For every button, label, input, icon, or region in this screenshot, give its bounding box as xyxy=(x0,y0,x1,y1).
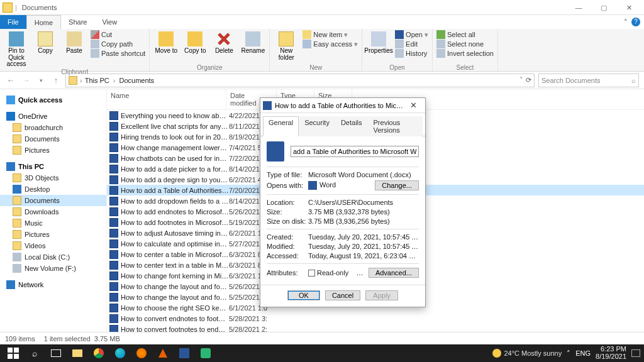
breadcrumb-folder[interactable]: Documents xyxy=(119,77,154,84)
search-placeholder: Search Documents xyxy=(541,77,601,84)
cut-button[interactable]: Cut xyxy=(91,30,145,39)
cancel-button[interactable]: Cancel xyxy=(325,290,360,300)
ok-button[interactable]: OK xyxy=(287,290,320,300)
address-bar[interactable]: › This PC Documents ˅ ⟳ xyxy=(65,74,535,87)
copy-path-button[interactable]: Copy path xyxy=(91,40,145,48)
edit-button[interactable]: Edit xyxy=(395,40,428,48)
sidebar-network[interactable]: Network xyxy=(0,278,106,290)
file-row[interactable]: How to convert endnotes to footnotes in.… xyxy=(107,313,644,324)
breadcrumb-pc[interactable]: This PC xyxy=(85,77,109,84)
edge-icon[interactable] xyxy=(109,344,131,362)
lang-indicator[interactable]: ENG xyxy=(575,349,591,357)
word-icon xyxy=(109,314,118,323)
tab-file[interactable]: File xyxy=(0,15,26,29)
forward-button[interactable]: → xyxy=(20,75,31,85)
taskbar: ⌕ 24°C Mostly sunny ˄ ENG 6:23 PM 8/19/2… xyxy=(0,344,644,362)
apply-button[interactable]: Apply xyxy=(365,290,398,300)
move-to-button[interactable]: Move to xyxy=(153,30,179,55)
chrome-icon[interactable] xyxy=(88,344,109,362)
tab-details[interactable]: Details xyxy=(335,116,368,136)
readonly-checkbox[interactable]: Read-only xyxy=(308,269,348,277)
copy-to-button[interactable]: Copy to xyxy=(182,30,208,55)
status-bar: 109 items 1 item selected 3.75 MB xyxy=(0,332,644,344)
weather-widget[interactable]: 24°C Mostly sunny xyxy=(492,349,562,358)
folder-icon xyxy=(13,219,21,228)
recent-dropdown[interactable]: ▾ xyxy=(35,77,47,84)
change-button[interactable]: Change... xyxy=(375,180,419,190)
back-button[interactable]: ← xyxy=(5,75,16,85)
sidebar-item[interactable]: Documents xyxy=(0,195,106,206)
open-button[interactable]: Open ▾ xyxy=(395,30,428,39)
properties-dialog: How to add a Table of Authorities to Mic… xyxy=(260,97,426,307)
paste-shortcut-button[interactable]: Paste shortcut xyxy=(91,49,145,58)
rename-button[interactable]: Rename xyxy=(240,30,265,55)
tab-view[interactable]: View xyxy=(94,15,125,29)
clock[interactable]: 6:23 PM 8/19/2021 xyxy=(596,346,626,360)
invert-selection-button[interactable]: Invert selection xyxy=(436,49,494,58)
word-icon xyxy=(109,293,118,302)
sidebar-this-pc[interactable]: This PC xyxy=(0,160,106,172)
folder-icon xyxy=(13,253,21,261)
tab-home[interactable]: Home xyxy=(26,15,61,29)
select-all-button[interactable]: Select all xyxy=(436,30,494,39)
properties-button[interactable]: Properties xyxy=(366,30,391,55)
history-button[interactable]: History xyxy=(395,49,428,58)
word-icon xyxy=(109,143,118,152)
search-taskbar-icon[interactable]: ⌕ xyxy=(24,344,45,362)
pin-quick-access-button[interactable]: Pin to Quick access xyxy=(4,30,29,68)
delete-button[interactable]: Delete xyxy=(211,30,236,55)
folder-icon xyxy=(13,241,21,250)
sidebar-item[interactable]: Documents xyxy=(0,133,106,145)
notifications-icon[interactable] xyxy=(631,349,640,357)
minimize-button[interactable]: — xyxy=(566,0,591,15)
sidebar-item[interactable]: Desktop xyxy=(0,184,106,195)
hidden-checkbox[interactable]: Hidden xyxy=(356,269,369,277)
word-icon[interactable] xyxy=(174,344,195,362)
sidebar-onedrive[interactable]: OneDrive xyxy=(0,109,106,122)
explorer-icon[interactable] xyxy=(67,344,88,362)
sidebar-item[interactable]: Music xyxy=(0,217,106,229)
refresh-icon[interactable]: ⟳ xyxy=(526,76,531,84)
group-select-label: Select xyxy=(436,64,494,71)
tab-share[interactable]: Share xyxy=(61,15,94,29)
col-name[interactable]: Name xyxy=(107,89,226,109)
advanced-button[interactable]: Advanced... xyxy=(369,268,419,278)
sidebar-item[interactable]: broadchurch xyxy=(0,122,106,133)
select-none-button[interactable]: Select none xyxy=(436,40,494,48)
sidebar-quick-access[interactable]: Quick access xyxy=(0,93,106,106)
app-icon[interactable] xyxy=(195,344,216,362)
ribbon-collapse-icon[interactable]: ˄ xyxy=(624,18,628,26)
addr-dropdown-icon[interactable]: ˅ xyxy=(519,76,523,84)
help-icon[interactable]: ? xyxy=(631,18,640,26)
tab-previous-versions[interactable]: Previous Versions xyxy=(368,116,423,136)
lbl-type: Type of file: xyxy=(267,171,308,178)
sidebar-item[interactable]: New Volume (F:) xyxy=(0,263,106,274)
sidebar-item[interactable]: Videos xyxy=(0,240,106,251)
up-button[interactable]: ↑ xyxy=(50,75,62,85)
sidebar-item[interactable]: Pictures xyxy=(0,229,106,240)
easy-access-button[interactable]: Easy access ▾ xyxy=(303,40,358,48)
copy-button[interactable]: Copy xyxy=(33,30,58,55)
maximize-button[interactable]: ▢ xyxy=(591,0,616,15)
close-button[interactable]: ✕ xyxy=(616,0,641,15)
sidebar-item[interactable]: 3D Objects xyxy=(0,172,106,184)
tab-general[interactable]: General xyxy=(263,116,299,136)
file-name-input[interactable] xyxy=(291,146,419,157)
tray-chevron-icon[interactable]: ˄ xyxy=(567,349,570,358)
task-view-icon[interactable] xyxy=(45,344,67,362)
vlc-icon[interactable] xyxy=(152,344,174,362)
word-icon xyxy=(109,272,118,280)
file-row[interactable]: How to convert footnotes to endnotes.e..… xyxy=(107,324,644,332)
new-folder-button[interactable]: New folder xyxy=(274,30,299,61)
sidebar-item[interactable]: Local Disk (C:) xyxy=(0,251,106,263)
new-item-button[interactable]: New item ▾ xyxy=(303,30,358,39)
sidebar-item[interactable]: Downloads xyxy=(0,206,106,217)
tab-security[interactable]: Security xyxy=(299,116,335,136)
folder-icon xyxy=(13,134,21,143)
firefox-icon[interactable] xyxy=(131,344,152,362)
search-input[interactable]: Search Documents ⌕ xyxy=(538,74,639,87)
start-button[interactable] xyxy=(3,344,24,362)
sidebar-item[interactable]: Pictures xyxy=(0,145,106,156)
dialog-close-button[interactable]: ✕ xyxy=(404,101,423,110)
paste-button[interactable]: Paste xyxy=(62,30,87,55)
